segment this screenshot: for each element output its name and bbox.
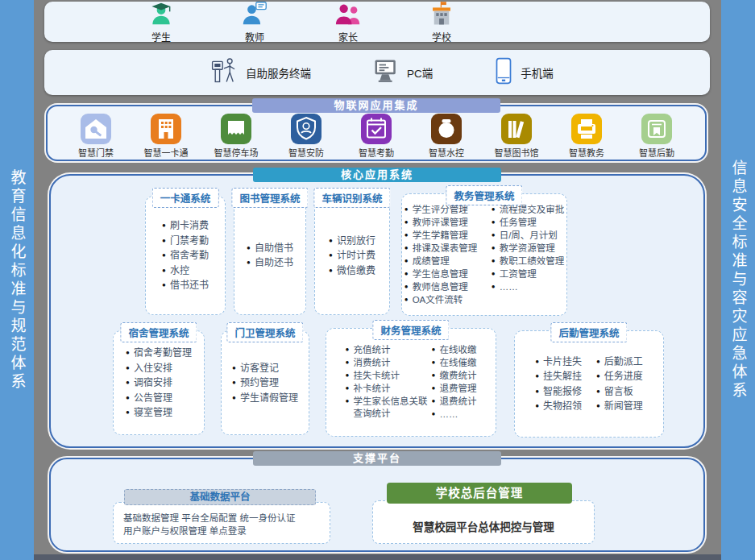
bullet-icon: ●	[162, 234, 166, 247]
bullet-icon: ●	[492, 281, 496, 293]
list-item: ●……	[432, 409, 477, 421]
list-item: ●充值统计	[346, 344, 429, 356]
list-item: ●宿舍考勤	[162, 249, 209, 262]
list-item: ●留言板	[596, 385, 643, 398]
bullet-icon: ●	[535, 370, 539, 383]
terminal-label: 手机端	[521, 64, 554, 81]
bullet-icon: ●	[162, 279, 166, 292]
system-title: 教务管理系统	[446, 185, 522, 205]
list-item: ●微信缴费	[329, 264, 375, 277]
system-item-list: ●刷卡消费●门禁考勤●宿舍考勤●水控●借书还书	[162, 218, 209, 294]
bullet-icon: ●	[404, 255, 409, 268]
list-item: ●卡片挂失	[535, 355, 582, 368]
system-title: 后勤管理系统	[550, 322, 627, 342]
list-item: ●缴费统计	[432, 370, 477, 382]
bullet-icon: ●	[432, 370, 436, 382]
list-item: ●消费统计	[346, 357, 429, 369]
iot-label: 智慧一卡通	[144, 146, 189, 159]
iot-label: 智慧教务	[569, 146, 604, 159]
bullet-icon: ●	[492, 217, 496, 229]
bullet-icon: ●	[162, 219, 166, 232]
bullet-icon: ●	[492, 255, 496, 268]
bullet-icon: ●	[232, 392, 236, 404]
bullet-icon: ●	[432, 409, 436, 421]
role-label: 学校	[432, 30, 451, 44]
system-title: 宿舍管理系统	[120, 322, 197, 342]
list-item: ●学生请假管理	[232, 392, 298, 404]
bullet-icon: ●	[232, 376, 236, 389]
base-data-platform-box: 基础数据管理 平台全局配置 统一身份认证 用户账户与权限管理 单点登录	[113, 502, 330, 544]
edu-affairs-icon	[571, 114, 602, 144]
list-item: ●失物招领	[535, 400, 582, 413]
iot-label: 智慧图书馆	[495, 146, 539, 159]
iot-label: 智慧考勤	[359, 146, 394, 159]
bullet-icon: ●	[404, 204, 409, 216]
list-item: ●访客登记	[232, 362, 298, 375]
bullet-icon: ●	[535, 400, 539, 413]
bullet-icon: ●	[404, 268, 409, 280]
system-item-list: ●在线收缴●在线催缴●缴费统计●退费管理●退费统计●……	[432, 343, 477, 422]
iot-integration-panel: 物联网应用集成 智慧门禁	[46, 105, 707, 161]
list-item: ●补卡统计	[346, 383, 429, 395]
library-icon	[501, 114, 532, 144]
system-gatekeeper: 门卫管理系统 ●访客登记●预约管理●学生请假管理	[221, 330, 309, 435]
iot-icon-row: 智慧门禁 智慧一卡通	[48, 106, 705, 159]
system-title: 财务管理系统	[372, 320, 449, 340]
system-title: 一卡通系统	[152, 188, 219, 208]
system-library: 图书管理系统 ●自助借书●自助还书	[234, 196, 306, 315]
system-finance: 财务管理系统 ●充值统计●消费统计●挂失卡统计●补卡统计●学生家长信息关联查询统…	[326, 328, 496, 437]
bullet-icon: ●	[346, 344, 350, 356]
system-vehicle: 车辆识别系统 ●识别放行●计时计费●微信缴费	[314, 196, 390, 315]
system-item-list: ●识别放行●计时计费●微信缴费	[329, 232, 375, 279]
left-standard-bar: 教育信息化标准与规范体系	[0, 0, 34, 560]
phone-icon	[494, 57, 513, 88]
list-item: ●教职工绩效管理	[492, 255, 564, 268]
list-item: ●学生家长信息关联查询统计	[346, 396, 429, 419]
iot-label: 智慧后勤	[639, 146, 674, 159]
system-title: 车辆识别系统	[313, 188, 390, 208]
list-item: ●教师信息管理	[404, 281, 488, 293]
list-item: ●日/周、月计划	[492, 230, 564, 242]
left-standard-bar-label: 教育信息化标准与规范体系	[6, 169, 28, 392]
onecard-icon	[151, 114, 181, 144]
list-item: ●门禁考勤	[162, 234, 209, 247]
role-label: 家长	[338, 30, 358, 44]
parking-icon	[221, 114, 251, 144]
bullet-icon: ●	[432, 357, 436, 369]
system-title: 门卫管理系统	[226, 322, 303, 342]
bullet-icon: ●	[329, 234, 333, 247]
iot-label: 智慧安防	[288, 146, 324, 159]
system-item-list: ●卡片挂失●挂失解挂●智能报修●失物招领	[535, 353, 582, 415]
list-item: ●成绩管理	[404, 255, 488, 268]
iot-security: 智慧安防	[276, 114, 337, 159]
system-onecard: 一卡通系统 ●刷卡消费●门禁考勤●宿舍考勤●水控●借书还书	[145, 196, 226, 315]
logistics-icon	[641, 114, 672, 144]
parents-icon	[334, 1, 362, 30]
system-item-list: ●流程提交及审批●任务管理●日/周、月计划●教学资源管理●教职工绩效管理●工资管…	[492, 202, 564, 307]
bullet-icon: ●	[162, 264, 166, 277]
bullet-icon: ●	[404, 217, 409, 229]
bullet-icon: ●	[596, 400, 600, 413]
school-admin-title: 学校总后台管理	[387, 483, 572, 504]
iot-label: 智慧水控	[429, 146, 464, 159]
bullet-icon: ●	[247, 256, 251, 269]
iot-logistics: 智慧后勤	[626, 114, 687, 159]
core-systems-panel: 核心应用系统 一卡通系统 ●刷卡消费●门禁考勤●宿舍考勤●水控●借书还书 图书管…	[49, 174, 705, 448]
terminal-pc: PC端	[372, 58, 433, 87]
terminal-label: PC端	[407, 64, 433, 81]
base-platform-line: 基础数据管理 平台全局配置 统一身份认证	[123, 512, 323, 525]
list-item: ●挂失卡统计	[346, 370, 429, 382]
bullet-icon: ●	[596, 385, 600, 398]
bullet-icon: ●	[126, 346, 130, 359]
system-columns: ●学生评分管理●教师评课管理●学生学籍管理●排课及课表管理●成绩管理●学生信息管…	[404, 202, 564, 307]
list-item: ●后勤派工	[596, 355, 643, 368]
right-standard-bar-label: 信息安全标准与容灾应急体系	[728, 160, 749, 400]
bullet-icon: ●	[432, 344, 436, 356]
system-columns: ●卡片挂失●挂失解挂●智能报修●失物招领 ●后勤派工●任务进度●留言板●新闻管理	[535, 353, 643, 415]
list-item: ●预约管理	[232, 376, 298, 389]
system-dormitory: 宿舍管理系统 ●宿舍考勤管理●入住安排●调宿安排●公告管理●寝室管理	[113, 330, 205, 435]
bullet-icon: ●	[126, 376, 130, 389]
bullet-icon: ●	[346, 357, 350, 369]
school-admin-box: 智慧校园平台总体把控与管理	[372, 500, 595, 544]
list-item: ●学生信息管理	[404, 268, 488, 280]
